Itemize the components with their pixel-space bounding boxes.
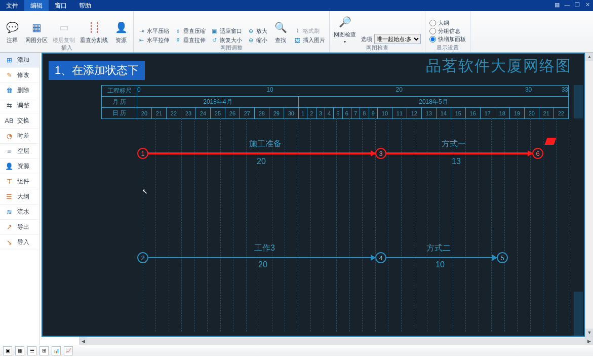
gridline [504,118,505,332]
sidebar-item-删除[interactable]: 🗑删除 [0,83,39,98]
h-compress-button[interactable]: ⇥水平压缩 [138,27,169,35]
arrow-activity-4[interactable] [386,257,497,258]
group-display-label: 显示设置 [437,44,459,51]
cutline-button[interactable]: ┊┊垂直分割线 [80,19,108,44]
format-brush-button[interactable]: ⌇格式刷 [294,27,325,35]
view-mode-6-button[interactable]: 📈 [64,346,73,355]
restore-size-button[interactable]: ↺恢复大小 [211,36,242,44]
sidebar-item-label: 调整 [17,101,29,110]
menu-window[interactable]: 窗口 [49,0,73,11]
gridline [401,118,402,332]
sidebar-icon: 🗑 [5,87,13,95]
day-cell: 19 [509,108,524,119]
find-button[interactable]: 🔍查找 [272,19,289,44]
view-mode-2-button[interactable]: ▦ [15,346,24,355]
insert-image-button[interactable]: 🖼插入图片 [294,36,325,44]
radio-outline[interactable]: 大纲 [429,19,466,27]
sidebar-item-label: 资源 [17,162,29,171]
node-3[interactable]: 3 [375,148,386,159]
minimize-icon[interactable]: — [564,2,571,8]
view-mode-5-button[interactable]: 📊 [52,346,61,355]
sidebar-icon: ⊞ [5,56,13,64]
day-cell: 3 [316,108,325,119]
day-cell: 4 [325,108,333,119]
gridline [298,118,298,332]
gridline [155,118,156,332]
floor-copy-button[interactable]: ▭楼层复制 [53,19,75,44]
check-button[interactable]: 🔎网图检查▾ [334,14,356,44]
day-cell: 25 [210,108,225,119]
gridline [259,118,259,332]
node-5[interactable]: 5 [497,252,508,263]
sidebar-item-空层[interactable]: ≡空层 [0,144,39,159]
day-cell: 28 [254,108,269,119]
sidebar-icon: ☰ [5,193,13,201]
sidebar-icon: ↘ [5,238,13,247]
arrow-activity-2[interactable] [386,152,532,154]
option-select[interactable]: 唯一起始点:多 [374,34,421,44]
scroll-down-icon[interactable]: ▼ [585,329,593,337]
vertical-scrollbar[interactable]: ▲ ▼ [585,53,593,337]
node-1[interactable]: 1 [137,148,148,159]
activity-4-dur: 10 [436,260,445,269]
radio-quick-panel[interactable]: 快增加面板 [429,35,466,43]
sidebar-icon: ⇆ [5,102,13,110]
sidebar-item-导出[interactable]: ↗导出 [0,220,39,235]
day-cell: 10 [377,108,392,119]
sidebar-item-导入[interactable]: ↘导入 [0,235,39,250]
menu-edit[interactable]: 编辑 [24,0,49,11]
view-mode-1-button[interactable]: ▣ [3,346,12,355]
gridline [465,118,466,332]
zone-button[interactable]: ▦网图分区 [25,19,48,44]
horizontal-scrollbar[interactable]: ◀ ▶ [79,337,593,345]
fit-window-button[interactable]: ▣适应窗口 [211,27,242,35]
menu-file[interactable]: 文件 [0,0,24,11]
radio-group-info[interactable]: 分组信息 [429,27,466,35]
day-cell: 15 [451,108,465,119]
v-compress-button[interactable]: ⇟垂直压缩 [174,27,206,35]
restore-icon[interactable]: ❐ [574,2,581,8]
day-cell: 29 [269,108,284,119]
resource-button[interactable]: 👤资源 [113,19,129,44]
cursor-icon: ↖ [142,187,148,195]
gridline [272,118,272,332]
sidebar-item-组件[interactable]: ⊤组件 [0,174,39,189]
scroll-right-icon[interactable]: ▶ [585,337,593,345]
annotate-button[interactable]: 💬注释 [4,19,20,44]
gridline [517,118,518,332]
node-2[interactable]: 2 [137,252,148,263]
gridline [285,118,285,332]
v-stretch-button[interactable]: ⇞垂直拉伸 [174,36,206,44]
node-6[interactable]: 6 [532,148,543,159]
view-mode-4-button[interactable]: ⊞ [39,346,49,355]
day-cell: 21 [151,108,166,119]
zoom-out-button[interactable]: ⊖缩小 [247,36,267,44]
h-stretch-button[interactable]: ⇤水平拉伸 [138,36,169,44]
network-canvas[interactable]: 1、在添加状态下 品茗软件大厦网络图 工程标尺 0 10 20 30 33 [42,53,585,337]
sidebar-item-修改[interactable]: ✎修改 [0,68,39,83]
arrow-activity-1[interactable] [148,152,375,154]
calc-icon[interactable]: ▦ [554,2,561,8]
scroll-left-icon[interactable]: ◀ [79,337,87,345]
sidebar-item-调整[interactable]: ⇆调整 [0,98,39,113]
sidebar-item-时差[interactable]: ◔时差 [0,129,39,144]
node-4[interactable]: 4 [375,252,386,263]
sidebar-item-交换[interactable]: AB交换 [0,113,39,129]
day-cell: 26 [225,108,240,119]
sidebar-item-label: 删除 [17,86,29,95]
group-insert-label: 插入 [61,44,72,51]
sidebar-item-资源[interactable]: 👤资源 [0,159,39,174]
sidebar-item-流水[interactable]: ≋流水 [0,205,39,220]
zoom-in-button[interactable]: ⊕放大 [247,27,267,35]
close-icon[interactable]: ✕ [584,2,591,8]
sidebar-item-添加[interactable]: ⊞添加 [0,53,39,68]
gridline [556,118,557,332]
sidebar-icon: AB [5,117,13,125]
status-bar: ▣ ▦ ☰ ⊞ 📊 📈 [0,345,593,356]
sidebar-item-大纲[interactable]: ☰大纲 [0,189,39,205]
day-cell: 16 [465,108,480,119]
menu-help[interactable]: 帮助 [73,0,97,11]
scroll-up-icon[interactable]: ▲ [585,53,593,61]
arrow-activity-3[interactable] [148,257,375,258]
view-mode-3-button[interactable]: ☰ [27,346,36,355]
